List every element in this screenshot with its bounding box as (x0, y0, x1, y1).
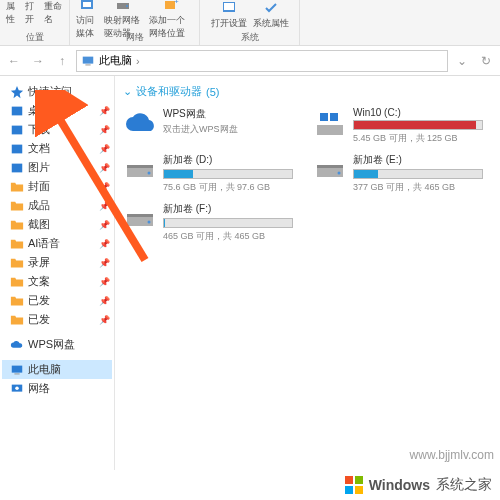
sidebar-item-label: AI语音 (28, 236, 60, 251)
drive-stats: 5.45 GB 可用，共 125 GB (353, 132, 483, 145)
sidebar-item-0[interactable]: 快速访问 (2, 82, 112, 101)
drive-item-3[interactable]: 新加卷 (E:)377 GB 可用，共 465 GB (313, 153, 483, 194)
drive-name: 新加卷 (E:) (353, 153, 483, 167)
drive-usage-bar (163, 218, 293, 228)
media-icon (79, 0, 95, 13)
pin-icon: 📌 (99, 277, 110, 287)
settings-icon (221, 0, 237, 16)
svg-rect-18 (317, 125, 343, 135)
sidebar: 快速访问桌面📌下载📌文档📌图片📌封面📌成品📌截图📌AI语音📌录屏📌文案📌已发📌已… (0, 76, 115, 470)
section-header[interactable]: ⌄ 设备和驱动器 (5) (123, 84, 492, 99)
sidebar-item-label: WPS网盘 (28, 337, 75, 352)
svg-point-26 (338, 172, 341, 175)
nav-back[interactable]: ← (4, 51, 24, 71)
footer: Windows 系统之家 (0, 470, 500, 500)
pc-icon (81, 54, 95, 68)
svg-rect-1 (83, 2, 91, 7)
content-pane: ⌄ 设备和驱动器 (5) WPS网盘双击进入WPS网盘Win10 (C:)5.4… (115, 76, 500, 470)
pin-icon: 📌 (99, 144, 110, 154)
drive-item-1[interactable]: Win10 (C:)5.45 GB 可用，共 125 GB (313, 107, 483, 145)
nav-up[interactable]: ↑ (52, 51, 72, 71)
sidebar-item-4[interactable]: 图片📌 (2, 158, 112, 177)
svg-point-29 (148, 221, 151, 224)
svg-rect-34 (345, 486, 353, 494)
svg-rect-28 (127, 214, 153, 217)
sidebar-item-9[interactable]: 录屏📌 (2, 253, 112, 272)
ribbon-btn-add-location[interactable]: + 添加一个网络位置 (147, 0, 195, 40)
sidebar-item-label: 截图 (28, 217, 50, 232)
breadcrumb[interactable]: 此电脑 › (76, 50, 448, 72)
ribbon-btn-media[interactable]: 访问媒体 (74, 0, 100, 40)
sidebar-item-label: 快速访问 (28, 84, 72, 99)
svg-rect-12 (12, 144, 23, 153)
drive-stats: 377 GB 可用，共 465 GB (353, 181, 483, 194)
svg-text:+: + (174, 0, 179, 6)
sidebar-item-14[interactable]: WPS网盘 (2, 335, 112, 354)
sidebar-item-7[interactable]: 截图📌 (2, 215, 112, 234)
add-location-icon: + (163, 0, 179, 13)
svg-rect-32 (345, 476, 353, 484)
ribbon-group-label: 网络 (126, 31, 144, 45)
sidebar-item-label: 已发 (28, 312, 50, 327)
svg-point-23 (148, 172, 151, 175)
sidebar-item-label: 下载 (28, 122, 50, 137)
watermark: www.bjjmlv.com (410, 448, 494, 462)
svg-rect-13 (12, 163, 23, 172)
pin-icon: 📌 (99, 296, 110, 306)
drive-icon (115, 0, 131, 13)
ribbon-toolbar: 属性 打开 重命名 位置 访问媒体 映射网络驱动器 + 添加一个网络位置 网络 (0, 0, 500, 46)
checkmark-icon (263, 0, 279, 16)
ribbon-btn-properties[interactable]: 属性 (4, 0, 21, 26)
sidebar-item-3[interactable]: 文档📌 (2, 139, 112, 158)
sidebar-item-10[interactable]: 文案📌 (2, 272, 112, 291)
drive-icon (123, 107, 157, 141)
drive-item-4[interactable]: 新加卷 (F:)465 GB 可用，共 465 GB (123, 202, 293, 243)
sidebar-item-11[interactable]: 已发📌 (2, 291, 112, 310)
pin-icon: 📌 (99, 125, 110, 135)
ribbon-btn-sys-props[interactable]: 系统属性 (251, 0, 291, 30)
pin-icon: 📌 (99, 201, 110, 211)
sidebar-item-label: 此电脑 (28, 362, 61, 377)
sidebar-item-label: 网络 (28, 381, 50, 396)
sidebar-item-8[interactable]: AI语音📌 (2, 234, 112, 253)
pin-icon: 📌 (99, 258, 110, 268)
svg-rect-33 (355, 476, 363, 484)
drive-stats: 75.6 GB 可用，共 97.6 GB (163, 181, 293, 194)
nav-dropdown[interactable]: ⌄ (452, 51, 472, 71)
drive-item-0[interactable]: WPS网盘双击进入WPS网盘 (123, 107, 293, 145)
sidebar-item-5[interactable]: 封面📌 (2, 177, 112, 196)
drive-item-2[interactable]: 新加卷 (D:)75.6 GB 可用，共 97.6 GB (123, 153, 293, 194)
sidebar-item-16[interactable]: 此电脑 (2, 360, 112, 379)
main-area: 快速访问桌面📌下载📌文档📌图片📌封面📌成品📌截图📌AI语音📌录屏📌文案📌已发📌已… (0, 76, 500, 470)
sidebar-item-17[interactable]: 网络 (2, 379, 112, 398)
sidebar-item-6[interactable]: 成品📌 (2, 196, 112, 215)
nav-forward[interactable]: → (28, 51, 48, 71)
sidebar-item-2[interactable]: 下载📌 (2, 120, 112, 139)
ribbon-btn-rename[interactable]: 重命名 (42, 0, 65, 26)
drive-name: Win10 (C:) (353, 107, 483, 118)
drive-name: 新加卷 (D:) (163, 153, 293, 167)
drive-stats: 465 GB 可用，共 465 GB (163, 230, 293, 243)
pin-icon: 📌 (99, 220, 110, 230)
sidebar-item-label: 封面 (28, 179, 50, 194)
drive-usage-bar (353, 120, 483, 130)
sidebar-item-1[interactable]: 桌面📌 (2, 101, 112, 120)
svg-rect-10 (12, 106, 23, 115)
ribbon-btn-settings[interactable]: 打开设置 (209, 0, 249, 30)
sidebar-item-12[interactable]: 已发📌 (2, 310, 112, 329)
sidebar-item-label: 文案 (28, 274, 50, 289)
sidebar-item-label: 录屏 (28, 255, 50, 270)
sidebar-item-label: 文档 (28, 141, 50, 156)
sidebar-item-label: 已发 (28, 293, 50, 308)
sidebar-item-label: 成品 (28, 198, 50, 213)
nav-refresh[interactable]: ↻ (476, 51, 496, 71)
svg-rect-25 (317, 165, 343, 168)
footer-tag: 系统之家 (436, 476, 492, 494)
svg-rect-22 (127, 165, 153, 168)
sidebar-item-label: 桌面 (28, 103, 50, 118)
svg-rect-14 (12, 365, 23, 372)
pin-icon: 📌 (99, 106, 110, 116)
svg-rect-11 (12, 125, 23, 134)
svg-point-3 (126, 5, 128, 7)
ribbon-btn-open[interactable]: 打开 (23, 0, 40, 26)
